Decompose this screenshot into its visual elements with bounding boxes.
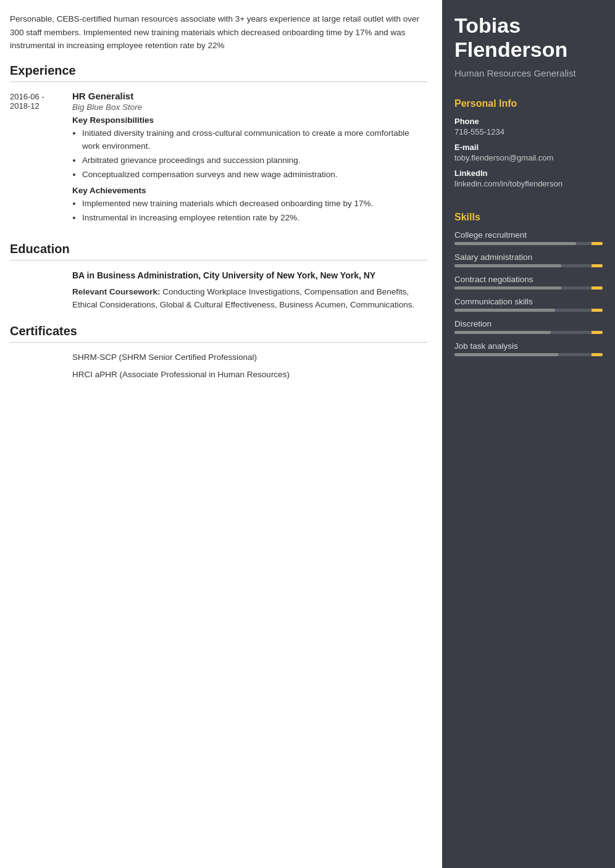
skill-bar-fill — [454, 353, 558, 356]
skill-item: College recruitment — [454, 230, 603, 245]
summary-text: Personable, CEBS-certified human resourc… — [10, 12, 427, 52]
first-name: Tobias — [454, 14, 521, 37]
skill-name: Discretion — [454, 319, 603, 328]
experience-date: 2016-06 - 2018-12 — [10, 91, 62, 230]
skill-name: Salary administration — [454, 252, 603, 262]
linkedin-label: LinkedIn — [454, 169, 603, 178]
skill-name: College recruitment — [454, 230, 603, 240]
achievements-title: Key Achievements — [72, 186, 427, 195]
skill-bar-marker — [592, 309, 603, 312]
skill-name: Communication skills — [454, 297, 603, 306]
skill-bar-bg — [454, 242, 603, 245]
achievements-list: Implemented new training materials which… — [72, 198, 427, 225]
responsibility-item: Conceptualized compensation surveys and … — [82, 169, 427, 182]
email-value: toby.flenderson@gmail.com — [454, 153, 603, 162]
skill-bar-marker — [592, 353, 603, 356]
phone-label: Phone — [454, 117, 603, 126]
responsibility-item: Arbitrated grievance proceedings and suc… — [82, 154, 427, 167]
cert-details: SHRM-SCP (SHRM Senior Certified Professi… — [72, 351, 427, 386]
company-name: Big Blue Box Store — [72, 102, 427, 112]
certificates-title: Certificates — [10, 324, 427, 343]
skill-bar-marker — [592, 242, 603, 245]
full-name: Tobias Flenderson — [454, 14, 603, 62]
skill-bar-bg — [454, 286, 603, 290]
skill-bar-marker — [592, 286, 603, 290]
cert-item: HRCI aPHR (Associate Professional in Hum… — [72, 369, 427, 381]
skill-item: Job task analysis — [454, 341, 603, 356]
skill-bar-fill — [454, 286, 561, 290]
experience-details: HR Generalist Big Blue Box Store Key Res… — [72, 91, 427, 230]
skill-item: Discretion — [454, 319, 603, 334]
responsibilities-title: Key Responsibilities — [72, 115, 427, 125]
skills-block: Skills College recruitmentSalary adminis… — [442, 203, 615, 372]
skill-name: Contract negotiations — [454, 275, 603, 284]
coursework-label: Relevant Coursework: — [72, 287, 161, 296]
experience-section: Experience 2016-06 - 2018-12 HR Generali… — [10, 64, 427, 230]
achievement-item: Implemented new training materials which… — [82, 198, 427, 211]
skills-container: College recruitmentSalary administration… — [454, 230, 603, 356]
linkedin-value: linkedin.com/in/tobyflenderson — [454, 179, 603, 188]
skill-bar-fill — [454, 242, 576, 245]
personal-info-title: Personal Info — [454, 98, 603, 109]
skill-item: Contract negotiations — [454, 275, 603, 290]
edu-entry: BA in Business Administration, City Univ… — [10, 269, 427, 312]
responsibility-item: Initiated diversity training and cross-c… — [82, 127, 427, 153]
edu-date-col — [10, 269, 62, 312]
skill-bar-marker — [592, 331, 603, 334]
skill-bar-bg — [454, 353, 603, 356]
right-column: Tobias Flenderson Human Resources Genera… — [442, 0, 615, 868]
skill-bar-fill — [454, 331, 551, 334]
email-label: E-mail — [454, 143, 603, 152]
responsibilities-list: Initiated diversity training and cross-c… — [72, 127, 427, 182]
education-section: Education BA in Business Administration,… — [10, 242, 427, 312]
achievement-item: Instrumental in increasing employee rete… — [82, 212, 427, 225]
skill-name: Job task analysis — [454, 341, 603, 351]
skill-item: Communication skills — [454, 297, 603, 312]
cert-item: SHRM-SCP (SHRM Senior Certified Professi… — [72, 351, 427, 364]
coursework-text: Relevant Coursework: Conducting Workplac… — [72, 286, 427, 312]
skill-bar-marker — [592, 264, 603, 267]
last-name: Flenderson — [454, 38, 567, 61]
left-column: Personable, CEBS-certified human resourc… — [0, 0, 442, 868]
name-block: Tobias Flenderson Human Resources Genera… — [442, 0, 615, 90]
experience-entry: 2016-06 - 2018-12 HR Generalist Big Blue… — [10, 91, 427, 230]
personal-info-block: Personal Info Phone 718-555-1234 E-mail … — [442, 90, 615, 203]
cert-entry: SHRM-SCP (SHRM Senior Certified Professi… — [10, 351, 427, 386]
skill-bar-bg — [454, 264, 603, 267]
job-title: HR Generalist — [72, 91, 427, 101]
edu-details: BA in Business Administration, City Univ… — [72, 269, 427, 312]
cert-date-col — [10, 351, 62, 386]
skill-item: Salary administration — [454, 252, 603, 267]
education-title: Education — [10, 242, 427, 261]
skill-bar-fill — [454, 309, 555, 312]
experience-title: Experience — [10, 64, 427, 82]
skill-bar-bg — [454, 331, 603, 334]
certificates-section: Certificates SHRM-SCP (SHRM Senior Certi… — [10, 324, 427, 386]
skill-bar-bg — [454, 309, 603, 312]
job-role: Human Resources Generalist — [454, 67, 603, 80]
skill-bar-fill — [454, 264, 561, 267]
skills-title: Skills — [454, 212, 603, 223]
edu-degree: BA in Business Administration, City Univ… — [72, 269, 427, 282]
phone-value: 718-555-1234 — [454, 127, 603, 136]
